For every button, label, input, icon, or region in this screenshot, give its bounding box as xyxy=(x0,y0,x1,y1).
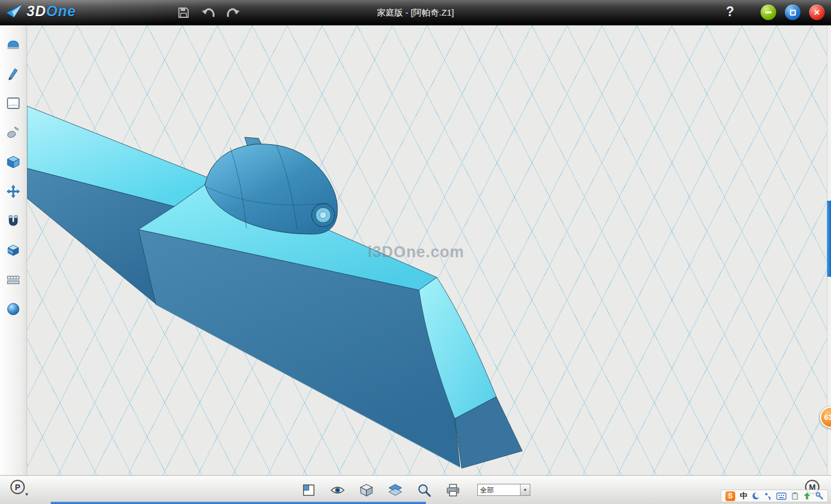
parts-quick-button[interactable]: P xyxy=(10,480,25,494)
app-logo: 3DOne xyxy=(6,3,76,20)
undo-icon[interactable] xyxy=(201,5,216,20)
keyboard-icon[interactable] xyxy=(776,492,787,500)
window-title: 家庭版 - [阿帕奇.Z1] xyxy=(0,0,831,25)
move-tool-icon[interactable] xyxy=(5,183,21,200)
print-icon[interactable] xyxy=(445,482,461,498)
primitives-tool-icon[interactable] xyxy=(5,154,21,170)
3d-viewport[interactable]: i3DOne.com 77.469 mm xyxy=(27,25,827,475)
model-engine-inner xyxy=(320,212,327,219)
3done-app-window: { "colors": { "accent_blue": "#2b8fd8", … xyxy=(0,0,831,504)
viewport-layout-icon[interactable] xyxy=(301,482,317,498)
ime-tray: S 中 xyxy=(721,490,828,502)
chevron-down-icon[interactable]: ▼ xyxy=(520,484,530,495)
window-controls: × xyxy=(761,5,825,20)
close-button[interactable]: × xyxy=(809,5,825,20)
freeform-tool-icon[interactable] xyxy=(5,125,21,141)
redo-icon[interactable] xyxy=(226,5,241,20)
sketch-plane-tool-icon[interactable] xyxy=(5,95,21,111)
minimize-button[interactable] xyxy=(761,5,776,20)
model-apache[interactable] xyxy=(27,25,827,475)
measure-tool-icon[interactable] xyxy=(5,272,21,288)
help-button[interactable]: ? xyxy=(726,4,734,20)
skin-icon[interactable] xyxy=(803,492,811,500)
filter-dropdown-value: 全部 xyxy=(478,484,520,495)
material-sphere-tool-icon[interactable] xyxy=(5,301,21,317)
sketch-pen-tool-icon[interactable] xyxy=(5,66,21,82)
paper-plane-logo-icon xyxy=(6,3,23,20)
visibility-eye-icon[interactable] xyxy=(330,482,346,498)
model-hull-front-face xyxy=(138,230,460,467)
side-panel-tab[interactable] xyxy=(827,201,831,277)
punctuation-icon[interactable] xyxy=(765,492,772,500)
layers-icon[interactable] xyxy=(387,482,403,498)
bottom-toolbar-center: 全部 ▼ xyxy=(301,482,530,498)
left-toolbar xyxy=(0,25,27,475)
restore-icon xyxy=(790,10,796,16)
bottom-toolbar: 全部 ▼ xyxy=(0,475,831,504)
app-logo-text: 3DOne xyxy=(27,3,76,20)
toolbox-icon[interactable] xyxy=(815,492,823,500)
display-mode-cube-icon[interactable] xyxy=(358,482,375,498)
zoom-search-icon[interactable] xyxy=(416,482,432,498)
save-icon[interactable] xyxy=(176,5,191,20)
render-tool-icon[interactable] xyxy=(5,36,21,52)
background-window-strip xyxy=(51,502,426,504)
filter-dropdown[interactable]: 全部 ▼ xyxy=(477,484,530,496)
sogou-ime-icon[interactable]: S xyxy=(725,491,735,501)
titlebar: 3DOne 家庭版 - [阿帕奇.Z1] ? × xyxy=(0,0,831,25)
combine-tool-icon[interactable] xyxy=(5,242,21,258)
minimize-icon xyxy=(765,12,772,13)
magnet-constraint-tool-icon[interactable] xyxy=(5,213,21,229)
ime-language-toggle[interactable]: 中 xyxy=(740,491,747,501)
clipboard-icon[interactable] xyxy=(791,492,799,500)
titlebar-quick-tools xyxy=(176,3,241,22)
parts-quick-caret-icon[interactable]: ▾ xyxy=(25,491,28,497)
restore-button[interactable] xyxy=(785,5,800,20)
close-icon: × xyxy=(814,7,820,17)
moon-icon[interactable] xyxy=(752,492,760,500)
